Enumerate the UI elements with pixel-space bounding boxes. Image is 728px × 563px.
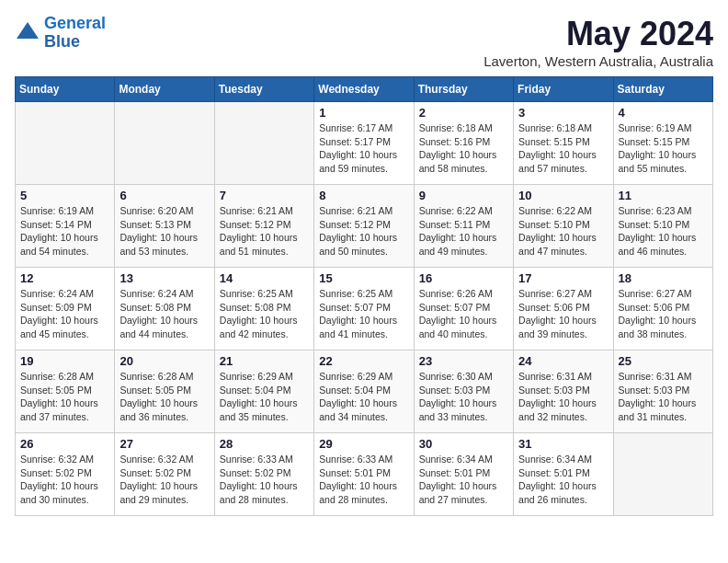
day-info: Sunrise: 6:18 AM Sunset: 5:15 PM Dayligh… bbox=[518, 121, 608, 176]
day-number: 25 bbox=[619, 354, 708, 368]
logo-line2: Blue bbox=[44, 33, 106, 52]
day-info: Sunrise: 6:32 AM Sunset: 5:02 PM Dayligh… bbox=[20, 453, 109, 507]
day-number: 9 bbox=[419, 189, 508, 202]
calendar-cell: 11Sunrise: 6:23 AM Sunset: 5:10 PM Dayli… bbox=[613, 185, 712, 268]
calendar-cell: 30Sunrise: 6:34 AM Sunset: 5:01 PM Dayli… bbox=[414, 433, 513, 516]
svg-marker-0 bbox=[17, 22, 39, 39]
day-number: 17 bbox=[518, 271, 608, 285]
calendar-cell: 14Sunrise: 6:25 AM Sunset: 5:08 PM Dayli… bbox=[214, 268, 313, 350]
day-number: 4 bbox=[619, 106, 708, 120]
page-header: General Blue May 2024 Laverton, Western … bbox=[15, 15, 713, 69]
calendar-cell: 22Sunrise: 6:29 AM Sunset: 5:04 PM Dayli… bbox=[314, 350, 414, 433]
calendar-cell bbox=[613, 433, 712, 516]
day-info: Sunrise: 6:17 AM Sunset: 5:17 PM Dayligh… bbox=[319, 121, 408, 176]
logo-text: General Blue bbox=[44, 15, 106, 52]
day-number: 19 bbox=[20, 354, 109, 368]
day-number: 8 bbox=[319, 189, 408, 202]
day-number: 5 bbox=[20, 189, 109, 202]
calendar-cell: 7Sunrise: 6:21 AM Sunset: 5:12 PM Daylig… bbox=[214, 185, 313, 268]
calendar-week-row: 5Sunrise: 6:19 AM Sunset: 5:14 PM Daylig… bbox=[16, 185, 713, 268]
calendar-week-row: 19Sunrise: 6:28 AM Sunset: 5:05 PM Dayli… bbox=[16, 350, 713, 433]
day-number: 16 bbox=[419, 271, 508, 285]
day-info: Sunrise: 6:31 AM Sunset: 5:03 PM Dayligh… bbox=[619, 370, 708, 424]
day-number: 23 bbox=[419, 354, 508, 368]
weekday-header: Friday bbox=[514, 77, 613, 102]
calendar-table: SundayMondayTuesdayWednesdayThursdayFrid… bbox=[15, 76, 713, 516]
calendar-cell: 31Sunrise: 6:34 AM Sunset: 5:01 PM Dayli… bbox=[514, 433, 613, 516]
calendar-cell: 9Sunrise: 6:22 AM Sunset: 5:11 PM Daylig… bbox=[414, 185, 513, 268]
calendar-cell bbox=[115, 102, 214, 185]
weekday-header: Saturday bbox=[613, 77, 712, 102]
calendar-cell: 6Sunrise: 6:20 AM Sunset: 5:13 PM Daylig… bbox=[115, 185, 214, 268]
calendar-cell bbox=[16, 102, 115, 185]
day-number: 22 bbox=[319, 354, 408, 368]
day-number: 2 bbox=[419, 106, 508, 120]
day-number: 15 bbox=[319, 271, 408, 285]
day-info: Sunrise: 6:29 AM Sunset: 5:04 PM Dayligh… bbox=[319, 370, 408, 424]
calendar-cell: 24Sunrise: 6:31 AM Sunset: 5:03 PM Dayli… bbox=[514, 350, 613, 433]
calendar-cell: 15Sunrise: 6:25 AM Sunset: 5:07 PM Dayli… bbox=[314, 268, 414, 350]
calendar-week-row: 26Sunrise: 6:32 AM Sunset: 5:02 PM Dayli… bbox=[16, 433, 713, 516]
day-number: 6 bbox=[119, 189, 209, 202]
calendar-cell: 13Sunrise: 6:24 AM Sunset: 5:08 PM Dayli… bbox=[115, 268, 214, 350]
day-info: Sunrise: 6:22 AM Sunset: 5:10 PM Dayligh… bbox=[518, 204, 608, 259]
calendar-cell: 27Sunrise: 6:32 AM Sunset: 5:02 PM Dayli… bbox=[115, 433, 214, 516]
logo: General Blue bbox=[15, 15, 106, 52]
day-info: Sunrise: 6:34 AM Sunset: 5:01 PM Dayligh… bbox=[419, 453, 508, 507]
logo-icon bbox=[15, 20, 40, 46]
day-number: 29 bbox=[319, 437, 408, 451]
day-info: Sunrise: 6:25 AM Sunset: 5:08 PM Dayligh… bbox=[220, 287, 309, 341]
weekday-header: Tuesday bbox=[214, 77, 313, 102]
day-info: Sunrise: 6:30 AM Sunset: 5:03 PM Dayligh… bbox=[419, 370, 508, 424]
day-info: Sunrise: 6:23 AM Sunset: 5:10 PM Dayligh… bbox=[619, 204, 708, 259]
calendar-cell: 17Sunrise: 6:27 AM Sunset: 5:06 PM Dayli… bbox=[514, 268, 613, 350]
weekday-header: Sunday bbox=[16, 77, 115, 102]
calendar-cell: 20Sunrise: 6:28 AM Sunset: 5:05 PM Dayli… bbox=[115, 350, 214, 433]
calendar-cell: 1Sunrise: 6:17 AM Sunset: 5:17 PM Daylig… bbox=[314, 102, 414, 185]
day-info: Sunrise: 6:21 AM Sunset: 5:12 PM Dayligh… bbox=[319, 204, 408, 259]
day-number: 12 bbox=[20, 271, 109, 285]
weekday-header: Monday bbox=[115, 77, 214, 102]
day-info: Sunrise: 6:33 AM Sunset: 5:02 PM Dayligh… bbox=[220, 453, 309, 507]
day-number: 24 bbox=[518, 354, 608, 368]
weekday-header-row: SundayMondayTuesdayWednesdayThursdayFrid… bbox=[16, 77, 713, 102]
day-info: Sunrise: 6:27 AM Sunset: 5:06 PM Dayligh… bbox=[518, 287, 608, 341]
calendar-cell: 28Sunrise: 6:33 AM Sunset: 5:02 PM Dayli… bbox=[214, 433, 313, 516]
day-info: Sunrise: 6:33 AM Sunset: 5:01 PM Dayligh… bbox=[319, 453, 408, 507]
day-number: 3 bbox=[518, 106, 608, 120]
day-info: Sunrise: 6:24 AM Sunset: 5:08 PM Dayligh… bbox=[119, 287, 209, 341]
day-number: 26 bbox=[20, 437, 109, 451]
day-number: 7 bbox=[220, 189, 309, 202]
title-block: May 2024 Laverton, Western Australia, Au… bbox=[483, 15, 713, 69]
day-number: 13 bbox=[119, 271, 209, 285]
day-number: 27 bbox=[119, 437, 209, 451]
day-info: Sunrise: 6:19 AM Sunset: 5:14 PM Dayligh… bbox=[20, 204, 109, 259]
day-number: 14 bbox=[220, 271, 309, 285]
calendar-cell: 18Sunrise: 6:27 AM Sunset: 5:06 PM Dayli… bbox=[613, 268, 712, 350]
day-number: 21 bbox=[220, 354, 309, 368]
location-subtitle: Laverton, Western Australia, Australia bbox=[483, 53, 713, 69]
day-info: Sunrise: 6:32 AM Sunset: 5:02 PM Dayligh… bbox=[119, 453, 209, 507]
day-number: 31 bbox=[518, 437, 608, 451]
calendar-cell: 3Sunrise: 6:18 AM Sunset: 5:15 PM Daylig… bbox=[514, 102, 613, 185]
calendar-cell: 12Sunrise: 6:24 AM Sunset: 5:09 PM Dayli… bbox=[16, 268, 115, 350]
day-info: Sunrise: 6:28 AM Sunset: 5:05 PM Dayligh… bbox=[119, 370, 209, 424]
day-info: Sunrise: 6:31 AM Sunset: 5:03 PM Dayligh… bbox=[518, 370, 608, 424]
day-number: 1 bbox=[319, 106, 408, 120]
day-info: Sunrise: 6:34 AM Sunset: 5:01 PM Dayligh… bbox=[518, 453, 608, 507]
calendar-cell: 23Sunrise: 6:30 AM Sunset: 5:03 PM Dayli… bbox=[414, 350, 513, 433]
day-info: Sunrise: 6:28 AM Sunset: 5:05 PM Dayligh… bbox=[20, 370, 109, 424]
day-info: Sunrise: 6:20 AM Sunset: 5:13 PM Dayligh… bbox=[119, 204, 209, 259]
day-number: 10 bbox=[518, 189, 608, 202]
calendar-cell: 10Sunrise: 6:22 AM Sunset: 5:10 PM Dayli… bbox=[514, 185, 613, 268]
day-number: 18 bbox=[619, 271, 708, 285]
day-info: Sunrise: 6:19 AM Sunset: 5:15 PM Dayligh… bbox=[619, 121, 708, 176]
day-info: Sunrise: 6:29 AM Sunset: 5:04 PM Dayligh… bbox=[220, 370, 309, 424]
logo-line1: General bbox=[44, 14, 106, 32]
calendar-cell: 25Sunrise: 6:31 AM Sunset: 5:03 PM Dayli… bbox=[613, 350, 712, 433]
calendar-cell: 29Sunrise: 6:33 AM Sunset: 5:01 PM Dayli… bbox=[314, 433, 414, 516]
calendar-cell: 8Sunrise: 6:21 AM Sunset: 5:12 PM Daylig… bbox=[314, 185, 414, 268]
calendar-cell: 2Sunrise: 6:18 AM Sunset: 5:16 PM Daylig… bbox=[414, 102, 513, 185]
calendar-cell: 19Sunrise: 6:28 AM Sunset: 5:05 PM Dayli… bbox=[16, 350, 115, 433]
calendar-cell: 16Sunrise: 6:26 AM Sunset: 5:07 PM Dayli… bbox=[414, 268, 513, 350]
